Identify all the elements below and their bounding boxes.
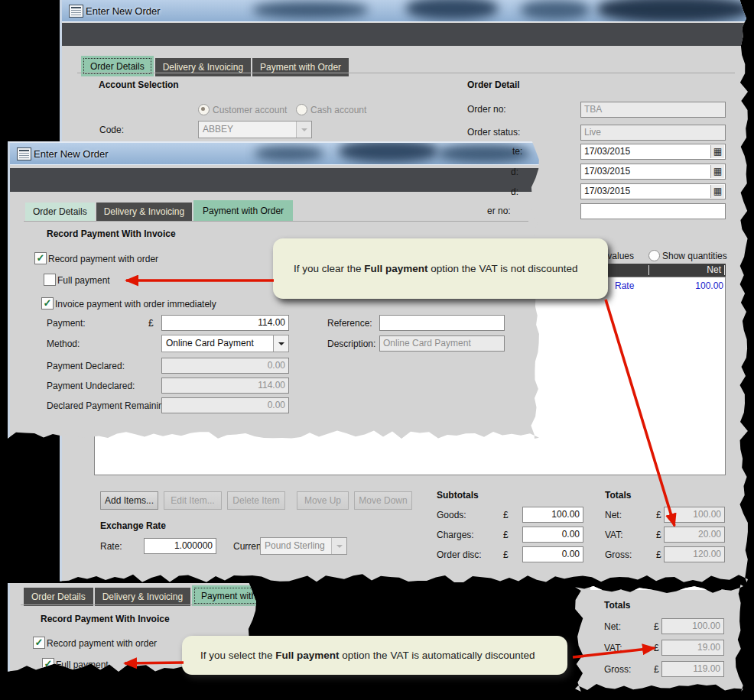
record-payment-heading: Record Payment With Invoice	[41, 614, 170, 624]
add-items-button[interactable]: Add Items...	[100, 491, 158, 510]
pound-symbol: £	[656, 510, 661, 520]
description-label: Description:	[327, 339, 375, 349]
record-payment-label[interactable]: Record payment with order	[47, 638, 157, 649]
order-date-label-fragment: te:	[512, 146, 522, 157]
customer-order-no-field[interactable]	[580, 203, 726, 219]
tab-payment-with-order[interactable]: Payment with Order	[192, 585, 291, 606]
customer-account-label: Customer account	[213, 105, 287, 115]
payment-declared-label: Payment Declared:	[47, 361, 125, 371]
record-payment-checkbox[interactable]: ✓	[33, 637, 45, 649]
tab-order-details[interactable]: Order Details	[24, 588, 93, 606]
full-payment-label[interactable]: Full payment	[57, 275, 110, 286]
code-label: Code:	[99, 125, 124, 135]
grid-cell-rate[interactable]: Rate	[615, 280, 634, 291]
description-field: Online Card Payment	[379, 335, 505, 352]
full-payment-label[interactable]: Full payment	[56, 659, 109, 670]
calendar-icon[interactable]: ▦	[710, 145, 724, 158]
order-form-icon	[69, 5, 83, 18]
method-dropdown[interactable]: Online Card Payment	[161, 335, 289, 352]
show-quantities-label[interactable]: Show quantities	[662, 251, 727, 261]
cash-account-label: Cash account	[310, 105, 366, 115]
callout-text: option the VAT is not discounted	[428, 263, 578, 274]
date-promised-field[interactable]: 17/03/2015 ▦	[580, 183, 726, 199]
declared-remaining-label: Declared Payment Remaining:	[47, 400, 171, 411]
show-quantities-radio[interactable]	[648, 250, 660, 261]
goods-field[interactable]: 100.00	[522, 507, 583, 523]
rate-field[interactable]: 1.000000	[144, 538, 216, 554]
order-detail-heading: Order Detail	[467, 79, 520, 90]
declared-remaining-field: 0.00	[161, 397, 289, 413]
page: Enter New Order Order Details Delivery &…	[0, 0, 754, 700]
gross-label: Gross:	[604, 664, 631, 675]
pound-symbol: £	[503, 549, 509, 560]
charges-field[interactable]: 0.00	[522, 527, 583, 543]
grid-edge-sliver	[590, 585, 728, 590]
currency-dropdown: Pound Sterling	[260, 537, 347, 555]
pound-symbol: £	[656, 530, 661, 540]
order-date-field[interactable]: 17/03/2015 ▦	[580, 144, 726, 160]
vat-total-field: 20.00	[664, 527, 725, 543]
charges-label: Charges:	[437, 530, 474, 540]
tab-delivery-invoicing[interactable]: Delivery & Invoicing	[96, 203, 192, 221]
pound-symbol: £	[654, 664, 659, 675]
tab-payment-with-order[interactable]: Payment with Order	[252, 58, 349, 76]
order-form-icon	[17, 147, 31, 160]
reference-field[interactable]	[379, 315, 505, 331]
chevron-down-icon[interactable]	[273, 335, 288, 352]
edit-item-button: Edit Item...	[164, 491, 222, 510]
tab-delivery-invoicing[interactable]: Delivery & Invoicing	[95, 588, 190, 606]
titlebar[interactable]: Enter New Order	[10, 143, 539, 165]
blur-blob	[253, 2, 368, 18]
rate-label: Rate:	[100, 541, 122, 552]
gross-label: Gross:	[605, 549, 632, 560]
account-selection-heading: Account Selection	[99, 79, 179, 90]
callout-text: If you clear the	[294, 263, 364, 274]
payment-amount-field[interactable]: 114.00	[161, 315, 289, 331]
tab-order-details[interactable]: Order Details	[25, 203, 95, 221]
net-total-field: 100.00	[661, 618, 724, 634]
invoice-payment-label[interactable]: Invoice payment with order immediately	[55, 299, 216, 309]
invoice-payment-checkbox[interactable]: ✓	[41, 297, 54, 309]
tab-panel-border	[77, 73, 735, 73]
calendar-icon[interactable]: ▦	[710, 185, 724, 198]
payment-label: Payment:	[47, 318, 86, 329]
snippet-totals: Totals Net: £ 100.00 VAT: £ 19.00 Gross:…	[575, 585, 743, 692]
titlebar[interactable]: Enter New Order	[62, 0, 748, 22]
tab-payment-with-order[interactable]: Payment with Order	[193, 200, 293, 221]
tab-panel-border	[24, 221, 528, 222]
order-status-label: Order status:	[467, 127, 520, 138]
tab-delivery-invoicing[interactable]: Delivery & Invoicing	[155, 58, 251, 76]
net-total-field: 100.00	[664, 507, 725, 523]
order-date-value: 17/03/2015	[584, 146, 630, 157]
record-payment-checkbox[interactable]: ✓	[34, 252, 47, 264]
blur-blob	[406, 0, 498, 20]
exchange-rate-heading: Exchange Rate	[100, 520, 166, 531]
order-disc-field[interactable]: 0.00	[522, 546, 583, 562]
order-no-field: TBA	[580, 102, 726, 118]
pound-symbol: £	[148, 318, 154, 329]
full-payment-checkbox[interactable]	[44, 274, 56, 286]
callout-text-bold: Full payment	[364, 263, 427, 274]
code-value: ABBEY	[203, 124, 233, 134]
tab-panel-border	[21, 604, 255, 605]
pound-symbol: £	[654, 643, 659, 653]
customer-account-radio	[198, 104, 210, 115]
date-requested-value: 17/03/2015	[584, 166, 630, 177]
full-payment-checkbox[interactable]: ✓	[42, 658, 54, 670]
column-divider	[648, 265, 649, 275]
record-payment-label[interactable]: Record payment with order	[48, 254, 158, 264]
column-net[interactable]: Net	[707, 264, 721, 277]
order-status-field: Live	[580, 125, 726, 141]
gross-total-field: 119.00	[661, 661, 724, 677]
column-divider	[724, 265, 725, 275]
move-down-button: Move Down	[354, 491, 412, 510]
net-label: Net:	[605, 510, 622, 520]
totals-heading: Totals	[604, 600, 630, 611]
grid-cell-net-value[interactable]: 100.00	[659, 280, 723, 291]
vat-label: VAT:	[605, 530, 623, 540]
method-label: Method:	[47, 339, 80, 349]
date-label-fragment: d:	[511, 186, 518, 197]
date-requested-field[interactable]: 17/03/2015 ▦	[580, 164, 726, 180]
currency-value: Pound Sterling	[265, 540, 325, 551]
calendar-icon[interactable]: ▦	[710, 165, 724, 178]
